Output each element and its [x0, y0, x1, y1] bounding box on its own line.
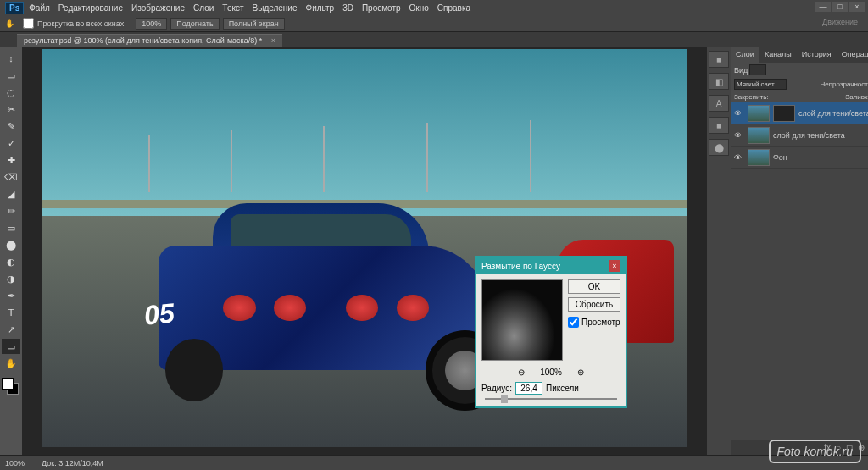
kind-select[interactable] [749, 64, 766, 75]
visibility-icon[interactable]: 👁 [734, 153, 744, 162]
status-zoom[interactable]: 100% [5, 459, 25, 467]
preview-checkbox-label[interactable]: Просмотр [568, 317, 620, 328]
dock-icon-4[interactable]: ■ [709, 117, 729, 134]
dock-icon-2[interactable]: ◧ [709, 73, 729, 90]
scroll-all-label: Прокрутка во всех окнах [37, 19, 124, 28]
layer-thumb[interactable] [748, 127, 770, 144]
tab-actions[interactable]: Операции [837, 47, 868, 63]
marquee-tool[interactable]: ▭ [2, 68, 20, 83]
radius-label: Радиус: [481, 384, 512, 393]
status-bar: 100% Док: 3,12M/10,4M [0, 455, 868, 470]
fit-button[interactable]: Подогнать [170, 18, 219, 30]
type-tool[interactable]: ✒ [2, 288, 20, 303]
stamp-tool[interactable]: ⌫ [2, 169, 20, 185]
menu-text[interactable]: Текст [222, 3, 243, 13]
workspace-label[interactable]: Движение [822, 18, 858, 26]
dock-icon-3[interactable]: A [709, 95, 729, 112]
ok-button[interactable]: OK [568, 279, 620, 294]
layer-name[interactable]: Фон [773, 153, 787, 162]
dialog-preview[interactable] [481, 279, 563, 361]
zoom-in-icon[interactable]: ⊕ [577, 368, 584, 377]
tab-channels[interactable]: Каналы [760, 47, 797, 63]
slider-thumb[interactable] [501, 395, 508, 403]
tab-history[interactable]: История [797, 47, 837, 63]
dock-icon-1[interactable]: ■ [709, 51, 729, 68]
menu-image[interactable]: Изображение [131, 3, 185, 13]
color-swatch[interactable] [2, 378, 20, 396]
path-tool[interactable]: T [2, 305, 20, 320]
lasso-tool[interactable]: ◌ [2, 85, 20, 100]
preview-checkbox[interactable] [568, 317, 579, 328]
visibility-icon[interactable]: 👁 [734, 131, 744, 140]
zoom-100-button[interactable]: 100% [136, 18, 167, 30]
zoom-out-icon[interactable]: ⊖ [518, 368, 525, 377]
menu-filter[interactable]: Фильтр [306, 3, 335, 13]
document-tab-close[interactable]: × [271, 36, 275, 45]
opacity-label: Непрозрачность: [820, 80, 868, 88]
brush-tool[interactable]: ✚ [2, 152, 20, 168]
shape-tool[interactable]: ↗ [2, 322, 20, 337]
fullscreen-button[interactable]: Полный экран [223, 18, 285, 30]
scroll-all-checkbox[interactable] [23, 18, 34, 29]
options-bar: ✋ Прокрутка во всех окнах 100% Подогнать… [0, 15, 868, 32]
menu-select[interactable]: Выделение [253, 3, 298, 13]
blur-tool[interactable]: ⬤ [2, 237, 20, 252]
menu-file[interactable]: Файл [29, 3, 50, 13]
layer-name[interactable]: слой для тени/света [773, 131, 845, 140]
layers-panel: Слои Каналы История Операции Вид Непрозр… [731, 47, 868, 455]
menu-view[interactable]: Просмотр [362, 3, 401, 13]
visibility-icon[interactable]: 👁 [734, 109, 744, 118]
minimize-button[interactable]: — [815, 2, 831, 12]
eyedropper-tool[interactable]: ✎ [2, 119, 20, 134]
hand-tool-icon: ✋ [5, 19, 14, 28]
panel-dock: ■ ◧ A ■ ⬤ [707, 47, 731, 455]
blue-car: 05 [159, 192, 520, 415]
app-logo: Ps [5, 2, 24, 14]
menu-edit[interactable]: Редактирование [58, 3, 123, 13]
blend-mode-select[interactable] [734, 79, 787, 90]
document-tabbar: результат.psd @ 100% (слой для тени/свет… [0, 32, 868, 47]
layer-item[interactable]: 👁 Фон [731, 147, 868, 169]
gradient-tool[interactable]: ▭ [2, 220, 20, 235]
radius-slider[interactable] [485, 398, 617, 400]
history-brush-tool[interactable]: ◢ [2, 186, 20, 202]
menu-3d[interactable]: 3D [342, 3, 353, 13]
radius-unit: Пиксели [546, 384, 579, 393]
pen-tool[interactable]: ◑ [2, 271, 20, 286]
menu-layers[interactable]: Слои [193, 3, 214, 13]
preview-label: Просмотр [581, 318, 620, 327]
menu-window[interactable]: Окно [409, 3, 429, 13]
window-controls: — □ × [815, 2, 865, 12]
toolbox: ↕ ▭ ◌ ✂ ✎ ✓ ✚ ⌫ ◢ ✏ ▭ ⬤ ◐ ◑ ✒ T ↗ ▭ ✋ [0, 47, 22, 455]
dock-icon-5[interactable]: ⬤ [709, 139, 729, 156]
zoom-percent: 100% [540, 368, 562, 377]
crop-tool[interactable]: ✂ [2, 102, 20, 117]
document-tab[interactable]: результат.psd @ 100% (слой для тени/свет… [17, 34, 282, 47]
move-tool[interactable]: ↕ [2, 51, 20, 66]
layer-thumb[interactable] [748, 149, 770, 166]
healing-tool[interactable]: ✓ [2, 135, 20, 151]
foreground-color[interactable] [2, 378, 14, 390]
layer-item[interactable]: 👁 слой для тени/света копия [731, 102, 868, 124]
layer-mask-thumb[interactable] [773, 105, 795, 122]
dodge-tool[interactable]: ◐ [2, 254, 20, 269]
dialog-titlebar[interactable]: Размытие по Гауссу × [476, 257, 626, 274]
layer-item[interactable]: 👁 слой для тени/света [731, 124, 868, 147]
eraser-tool[interactable]: ✏ [2, 203, 20, 218]
status-doc-info[interactable]: Док: 3,12M/10,4M [42, 459, 103, 467]
lock-label: Закрепить: [734, 93, 769, 101]
close-button[interactable]: × [849, 2, 865, 12]
layer-name[interactable]: слой для тени/света копия [798, 109, 868, 118]
car-number: 05 [142, 297, 175, 332]
hand-tool[interactable]: ▭ [2, 339, 20, 354]
menu-help[interactable]: Справка [437, 3, 470, 13]
maximize-button[interactable]: □ [832, 2, 848, 12]
cancel-button[interactable]: Сбросить [568, 297, 620, 312]
zoom-tool[interactable]: ✋ [2, 356, 20, 371]
dialog-close-button[interactable]: × [609, 260, 620, 272]
radius-input[interactable] [515, 382, 542, 395]
kind-label: Вид [734, 66, 748, 75]
layer-thumb[interactable] [748, 105, 770, 122]
tab-layers[interactable]: Слои [731, 47, 760, 63]
fill-label: Заливка: [845, 93, 868, 101]
